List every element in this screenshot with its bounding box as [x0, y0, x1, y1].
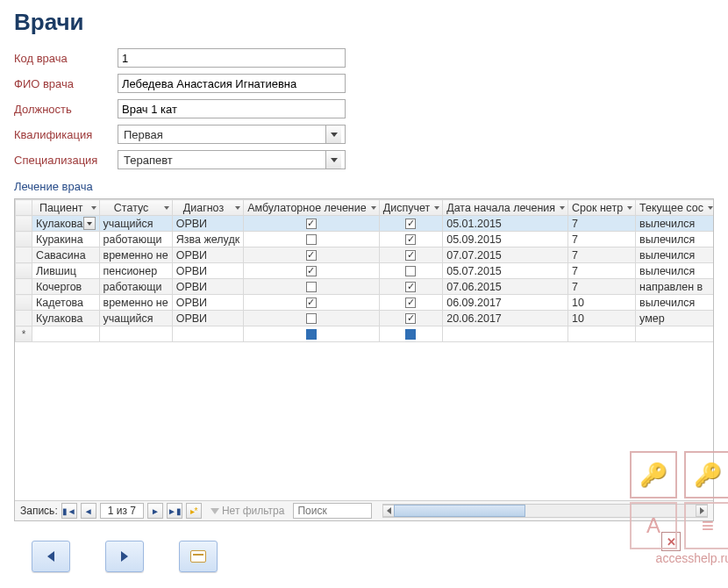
row-selector[interactable]: [16, 247, 32, 263]
nav-last-button[interactable]: ►▮: [167, 503, 182, 519]
table-row[interactable]: КулаковаучащийсяОРВИ20.06.201710умер: [16, 311, 714, 326]
horizontal-scrollbar[interactable]: [382, 504, 708, 518]
col-days[interactable]: Срок нетр: [568, 200, 636, 216]
cell-days[interactable]: 10: [568, 295, 636, 311]
nav-first-button[interactable]: ▮◄: [61, 503, 77, 519]
cell-status[interactable]: работающи: [99, 279, 172, 295]
row-selector[interactable]: [16, 216, 32, 232]
cell-status[interactable]: временно не: [99, 247, 172, 263]
row-selector[interactable]: [16, 279, 32, 295]
cell-days[interactable]: 7: [568, 247, 636, 263]
cell-status[interactable]: временно не: [99, 295, 172, 311]
col-state[interactable]: Текущее сос: [636, 200, 713, 216]
chevron-down-icon[interactable]: [325, 151, 341, 169]
cell-status[interactable]: работающи: [99, 232, 172, 247]
table-row[interactable]: Кадетовавременно неОРВИ06.09.201710вылеч…: [16, 295, 714, 311]
cell-diag[interactable]: ОРВИ: [172, 247, 243, 263]
row-selector[interactable]: [16, 295, 32, 311]
cell-amb[interactable]: [244, 311, 380, 326]
cell-disp[interactable]: [379, 232, 443, 247]
cell-patient[interactable]: Кулакова: [32, 216, 100, 232]
cell-patient[interactable]: Савасина: [32, 247, 100, 263]
spec-combo[interactable]: Терапевт: [118, 150, 346, 169]
chevron-down-icon[interactable]: [325, 125, 341, 143]
row-selector[interactable]: [16, 311, 32, 326]
cell-disp[interactable]: [379, 216, 443, 232]
cell-patient[interactable]: Кадетова: [32, 295, 100, 311]
cell-state[interactable]: направлен в: [636, 279, 713, 295]
scroll-right-icon[interactable]: [696, 505, 708, 517]
cell-amb[interactable]: [244, 216, 380, 232]
cell-date[interactable]: 07.07.2015: [443, 247, 568, 263]
chevron-down-icon[interactable]: [83, 217, 96, 230]
row-selector[interactable]: [16, 263, 32, 279]
cell-days[interactable]: 7: [568, 279, 636, 295]
treatments-grid[interactable]: Пациент Статус Диагноз Амбулаторное лече…: [14, 198, 714, 521]
new-row[interactable]: *: [16, 326, 714, 342]
cell-date[interactable]: 20.06.2017: [443, 311, 568, 326]
table-row[interactable]: КочерговработающиОРВИ07.06.20157направле…: [16, 279, 714, 295]
cell-state[interactable]: вылечился: [636, 295, 713, 311]
table-row[interactable]: ЛившицпенсионерОРВИ05.07.20157вылечился: [16, 263, 714, 279]
cell-days[interactable]: 7: [568, 232, 636, 247]
table-row[interactable]: КулаковаучащийсяОРВИ05.01.20157вылечился: [16, 216, 714, 232]
close-button[interactable]: [661, 532, 681, 551]
next-record-button[interactable]: [105, 541, 144, 572]
filter-indicator[interactable]: Нет фильтра: [205, 505, 290, 517]
cell-patient[interactable]: Куракина: [32, 232, 100, 247]
cell-diag[interactable]: ОРВИ: [172, 311, 243, 326]
cell-date[interactable]: 07.06.2015: [443, 279, 568, 295]
cell-state[interactable]: вылечился: [636, 247, 713, 263]
nav-next-button[interactable]: ►: [147, 503, 163, 519]
cell-state[interactable]: вылечился: [636, 232, 713, 247]
cell-disp[interactable]: [379, 311, 443, 326]
col-date[interactable]: Дата начала лечения: [443, 200, 568, 216]
cell-status[interactable]: пенсионер: [99, 263, 172, 279]
cell-days[interactable]: 10: [568, 311, 636, 326]
cell-status[interactable]: учащийся: [99, 311, 172, 326]
position-field[interactable]: [118, 99, 346, 118]
col-status[interactable]: Статус: [99, 200, 172, 216]
cell-amb[interactable]: [244, 263, 380, 279]
cell-state[interactable]: вылечился: [636, 263, 713, 279]
nav-counter[interactable]: 1 из 7: [100, 503, 144, 519]
cell-disp[interactable]: [379, 263, 443, 279]
cell-amb[interactable]: [244, 232, 380, 247]
cell-patient[interactable]: Кулакова: [32, 311, 100, 326]
cell-date[interactable]: 05.07.2015: [443, 263, 568, 279]
code-field[interactable]: [118, 48, 346, 68]
col-diag[interactable]: Диагноз: [172, 200, 243, 216]
cell-disp[interactable]: [379, 295, 443, 311]
prev-record-button[interactable]: [32, 541, 70, 572]
cell-days[interactable]: 7: [568, 263, 636, 279]
qual-combo[interactable]: Первая: [118, 125, 346, 144]
cell-diag[interactable]: ОРВИ: [172, 216, 243, 232]
cell-amb[interactable]: [244, 295, 380, 311]
cell-state[interactable]: вылечился: [636, 216, 713, 232]
cell-status[interactable]: учащийся: [99, 216, 172, 232]
table-row[interactable]: КуракинаработающиЯзва желудк05.09.20157в…: [16, 232, 714, 247]
cell-patient[interactable]: Кочергов: [32, 279, 100, 295]
cell-date[interactable]: 05.01.2015: [443, 216, 568, 232]
cell-diag[interactable]: ОРВИ: [172, 295, 243, 311]
cell-amb[interactable]: [244, 247, 380, 263]
nav-prev-button[interactable]: ◄: [81, 503, 96, 519]
col-patient[interactable]: Пациент: [32, 200, 100, 216]
cell-date[interactable]: 05.09.2015: [443, 232, 568, 247]
row-selector[interactable]: *: [16, 326, 32, 342]
cell-diag[interactable]: ОРВИ: [172, 263, 243, 279]
scroll-thumb[interactable]: [394, 505, 525, 517]
row-selector[interactable]: [16, 232, 32, 247]
col-amb[interactable]: Амбулаторное лечение: [244, 200, 380, 216]
cell-days[interactable]: 7: [568, 216, 636, 232]
cell-state[interactable]: умер: [636, 311, 713, 326]
cell-diag[interactable]: ОРВИ: [172, 279, 243, 295]
card-view-button[interactable]: [179, 541, 218, 572]
row-selector-header[interactable]: [16, 200, 32, 216]
name-field[interactable]: [118, 74, 346, 93]
cell-amb[interactable]: [244, 279, 380, 295]
scroll-left-icon[interactable]: [382, 505, 395, 517]
table-row[interactable]: Савасинавременно неОРВИ07.07.20157вылечи…: [16, 247, 714, 263]
nav-new-button[interactable]: ▸*: [186, 503, 202, 519]
cell-disp[interactable]: [379, 247, 443, 263]
